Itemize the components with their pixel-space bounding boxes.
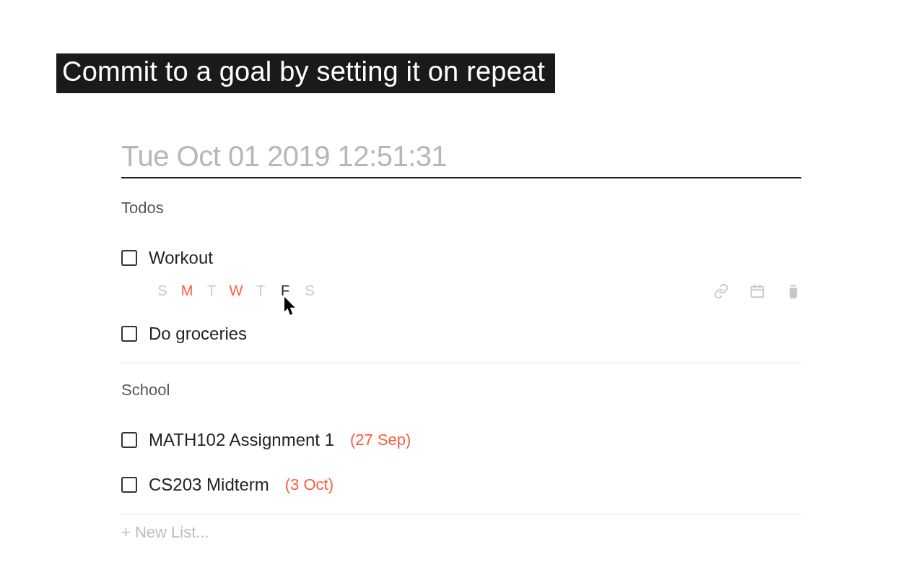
task-label[interactable]: MATH102 Assignment 1 [149, 430, 334, 450]
calendar-icon[interactable] [749, 283, 765, 299]
link-icon[interactable] [713, 283, 729, 299]
task-label[interactable]: CS203 Midterm [149, 475, 269, 495]
task-due-date: (27 Sep) [350, 431, 411, 449]
task-row: Do groceries [121, 324, 801, 344]
list-title[interactable]: Todos [121, 199, 801, 217]
task-label[interactable]: Do groceries [149, 324, 247, 344]
repeat-day-thu[interactable]: T [248, 282, 273, 299]
banner-heading: Commit to a goal by setting it on repeat [56, 53, 555, 93]
task-checkbox[interactable] [121, 432, 137, 448]
repeat-day-mon[interactable]: M [175, 282, 199, 299]
repeat-day-row: S M T W T F S [150, 282, 801, 299]
new-list-input[interactable]: + New List... [121, 523, 801, 542]
task-row: MATH102 Assignment 1 (27 Sep) [121, 430, 801, 450]
repeat-day-sat[interactable]: S [297, 282, 322, 299]
task-label[interactable]: Workout [149, 248, 213, 268]
list-title[interactable]: School [121, 381, 801, 400]
svg-rect-0 [751, 286, 764, 297]
list-block-todos: Todos Workout S M T W T F S [121, 199, 801, 363]
repeat-day-tue[interactable]: T [199, 282, 224, 299]
list-divider [121, 363, 801, 363]
task-due-date: (3 Oct) [285, 475, 334, 494]
app-container: Tue Oct 01 2019 12:51:31 Todos Workout S… [121, 140, 801, 542]
task-action-icons [713, 283, 801, 299]
cursor-icon [284, 297, 297, 314]
list-divider [121, 514, 801, 514]
repeat-day-wed[interactable]: W [224, 282, 248, 299]
task-checkbox[interactable] [121, 250, 137, 266]
trash-icon[interactable] [785, 283, 801, 299]
list-block-school: School MATH102 Assignment 1 (27 Sep) CS2… [121, 381, 801, 514]
task-row: CS203 Midterm (3 Oct) [121, 475, 801, 495]
date-heading: Tue Oct 01 2019 12:51:31 [121, 140, 801, 178]
repeat-day-fri[interactable]: F [273, 282, 297, 299]
task-checkbox[interactable] [121, 477, 137, 493]
repeat-day-sun[interactable]: S [150, 282, 175, 299]
task-row: Workout [121, 248, 801, 268]
task-checkbox[interactable] [121, 326, 137, 342]
